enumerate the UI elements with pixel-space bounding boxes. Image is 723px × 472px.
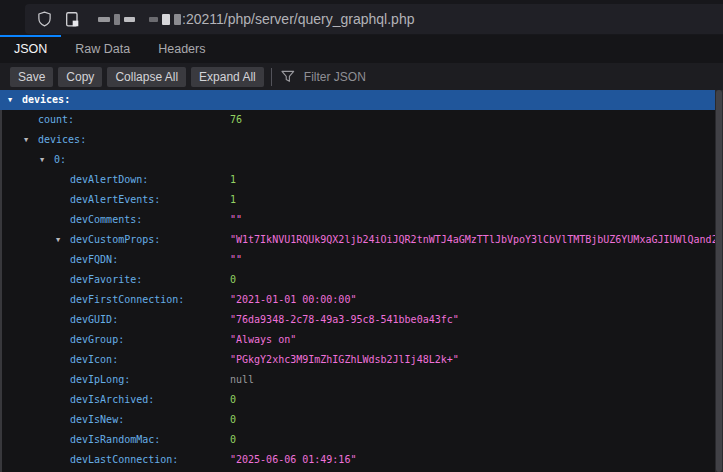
json-key: devAlertDown: <box>70 170 148 190</box>
filter-box <box>281 69 723 85</box>
json-key: devIsRandomMac: <box>70 430 160 450</box>
json-key: devGroup: <box>70 330 124 350</box>
json-row-devices[interactable]: ▼devices: <box>0 130 723 150</box>
json-tree: ▼devices:count:76▼devices:▼0:devAlertDow… <box>0 90 723 472</box>
expander-icon[interactable]: ▼ <box>40 157 44 164</box>
json-value: 0 <box>230 390 236 410</box>
json-key: 0: <box>54 150 66 170</box>
json-value: 1 <box>230 190 236 210</box>
tab-raw-data[interactable]: Raw Data <box>61 35 144 63</box>
json-key: devFirstConnection: <box>70 290 184 310</box>
json-value: "W1t7IkNVU1RQUk9QX2ljb24iOiJQR2tnWTJ4aGM… <box>230 230 718 250</box>
save-button[interactable]: Save <box>10 67 53 87</box>
json-key: count: <box>38 110 74 130</box>
json-value: null <box>230 370 254 390</box>
json-value: "2021-01-01 00:00:00" <box>230 290 356 310</box>
copy-button[interactable]: Copy <box>58 67 102 87</box>
json-key: devFavorite: <box>70 270 142 290</box>
expand-all-button[interactable]: Expand All <box>191 67 264 87</box>
collapse-all-button[interactable]: Collapse All <box>107 67 186 87</box>
json-value: 1 <box>230 170 236 190</box>
json-value: "PGkgY2xhc3M9ImZhIGZhLWdsb2JlIj48L2k+" <box>230 350 459 370</box>
url-bar[interactable]: :20211/php/server/query_graphql.php <box>25 4 723 34</box>
vertical-scrollbar[interactable] <box>715 90 723 472</box>
json-toolbar: SaveCopyCollapse AllExpand All <box>0 63 723 90</box>
json-row-devFavorite[interactable]: devFavorite:0 <box>0 270 723 290</box>
expander-icon[interactable]: ▼ <box>8 97 12 104</box>
json-key: devIsNew: <box>70 410 124 430</box>
json-row-devIcon[interactable]: devIcon:"PGkgY2xhc3M9ImZhIGZhLWdsb2JlIj4… <box>0 350 723 370</box>
json-key: devCustomProps: <box>70 230 160 250</box>
json-row-0[interactable]: ▼0: <box>0 150 723 170</box>
json-row-devFQDN[interactable]: devFQDN:"" <box>0 250 723 270</box>
json-key: devAlertEvents: <box>70 190 160 210</box>
tab-json[interactable]: JSON <box>0 35 61 63</box>
json-row-devCustomProps[interactable]: ▼devCustomProps:"W1t7IkNVU1RQUk9QX2ljb24… <box>0 230 723 250</box>
shield-icon[interactable] <box>37 11 52 27</box>
expander-icon[interactable]: ▼ <box>56 237 60 244</box>
json-key: devGUID: <box>70 310 118 330</box>
filter-funnel-icon <box>281 70 295 83</box>
toolbar-separator <box>271 68 272 86</box>
redacted-url-text <box>98 14 181 25</box>
json-value: 76 <box>230 110 242 130</box>
json-key: devLastConnection: <box>70 450 178 470</box>
json-row-devGUID[interactable]: devGUID:"76da9348-2c78-49a3-95c8-541bbe0… <box>0 310 723 330</box>
json-value: 0 <box>230 430 236 450</box>
filter-json-input[interactable] <box>302 69 506 85</box>
json-row-devComments[interactable]: devComments:"" <box>0 210 723 230</box>
json-value: "2025-06-06 01:49:16" <box>230 450 356 470</box>
json-row-devLastConnection[interactable]: devLastConnection:"2025-06-06 01:49:16" <box>0 450 723 470</box>
json-row-devFirstConnection[interactable]: devFirstConnection:"2021-01-01 00:00:00" <box>0 290 723 310</box>
expander-icon[interactable]: ▼ <box>24 137 28 144</box>
page-icon[interactable] <box>65 11 80 28</box>
tab-headers[interactable]: Headers <box>144 35 219 63</box>
json-value: 0 <box>230 410 236 430</box>
json-key: devIpLong: <box>70 370 130 390</box>
json-value: 0 <box>230 270 236 290</box>
json-row-devAlertDown[interactable]: devAlertDown:1 <box>0 170 723 190</box>
json-value: "" <box>230 250 242 270</box>
firefox-json-viewer-window: :20211/php/server/query_graphql.php JSON… <box>0 0 723 472</box>
json-row-devIsArchived[interactable]: devIsArchived:0 <box>0 390 723 410</box>
json-key: devIsArchived: <box>70 390 154 410</box>
json-value: "" <box>230 210 242 230</box>
json-row-devGroup[interactable]: devGroup:"Always on" <box>0 330 723 350</box>
scrollbar-thumb[interactable] <box>716 90 722 472</box>
json-row-devIsRandomMac[interactable]: devIsRandomMac:0 <box>0 430 723 450</box>
viewer-tab-bar: JSONRaw DataHeaders <box>0 35 723 63</box>
json-row-devices[interactable]: ▼devices: <box>0 90 723 110</box>
json-key: devices: <box>22 90 70 110</box>
url-text: :20211/php/server/query_graphql.php <box>182 11 414 27</box>
browser-chrome: :20211/php/server/query_graphql.php <box>0 0 723 35</box>
json-key: devIcon: <box>70 350 118 370</box>
json-row-devAlertEvents[interactable]: devAlertEvents:1 <box>0 190 723 210</box>
json-value: "76da9348-2c78-49a3-95c8-541bbe0a43fc" <box>230 310 459 330</box>
json-key: devFQDN: <box>70 250 118 270</box>
json-row-devIpLong[interactable]: devIpLong:null <box>0 370 723 390</box>
json-value: "Always on" <box>230 330 296 350</box>
json-key: devices: <box>38 130 86 150</box>
json-key: devComments: <box>70 210 142 230</box>
json-row-count[interactable]: count:76 <box>0 110 723 130</box>
json-row-devIsNew[interactable]: devIsNew:0 <box>0 410 723 430</box>
